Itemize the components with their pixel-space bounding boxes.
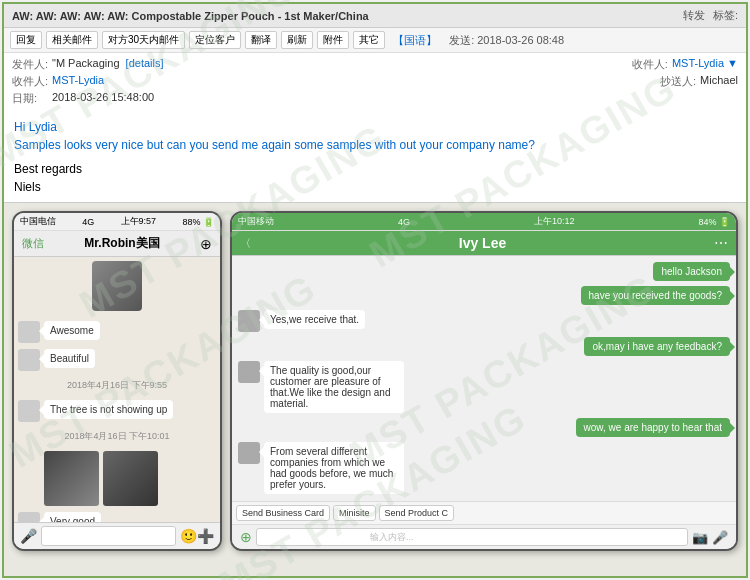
right-bubble-prefer: From several different companies from wh… bbox=[264, 442, 404, 494]
left-date-1: 2018年4月16日 下午9:55 bbox=[18, 379, 216, 392]
right-bubble-yes: Yes,we receive that. bbox=[264, 310, 365, 329]
right-avatar-2 bbox=[238, 361, 260, 383]
left-header-icon: ⊕ bbox=[200, 236, 212, 252]
left-emoji-icon[interactable]: 🙂 bbox=[180, 528, 197, 544]
from-detail: [details] bbox=[123, 57, 164, 69]
send-info: 发送: 2018-03-26 08:48 bbox=[449, 33, 564, 48]
right-msg-quality: The quality is good,our customer are ple… bbox=[238, 361, 730, 413]
send-business-card-btn[interactable]: Send Business Card bbox=[236, 505, 330, 521]
right-avatar-1 bbox=[238, 310, 260, 332]
minisite-btn[interactable]: Minisite bbox=[333, 505, 376, 521]
send-product-btn[interactable]: Send Product C bbox=[379, 505, 455, 521]
left-msg-tree: The tree is not showing up bbox=[18, 400, 216, 422]
to-value: MST-Lydia bbox=[52, 74, 640, 86]
left-date-2: 2018年4月16日 下午10:01 bbox=[18, 430, 216, 443]
left-chat-body: Awesome Beautiful 2018年4月16日 下午9:55 The … bbox=[14, 257, 220, 522]
right-bubble-received: have you received the goods? bbox=[581, 286, 730, 305]
left-product-img-1 bbox=[44, 451, 99, 506]
left-carrier: 中国电信 bbox=[20, 215, 56, 228]
lang-label: 【国语】 bbox=[393, 33, 437, 48]
left-msg-verygood: Very good bbox=[18, 512, 216, 522]
right-chat-body: hello Jackson have you received the good… bbox=[232, 256, 736, 501]
reply30-button[interactable]: 对方30天内邮件 bbox=[102, 31, 185, 49]
left-battery: 88% 🔋 bbox=[182, 217, 214, 227]
left-bottom-bar: 🎤 🙂 ➕ bbox=[14, 522, 220, 549]
right-msg-yes: Yes,we receive that. bbox=[238, 310, 730, 332]
input-placeholder-text: 输入内容... bbox=[370, 531, 414, 544]
from-row: 发件人: "M Packaging [details] 收件人: MST-Lyd… bbox=[12, 57, 738, 72]
right-avatar-3 bbox=[238, 442, 260, 464]
left-voice-icon[interactable]: 🎤 bbox=[20, 528, 37, 544]
attachments-button[interactable]: 附件 bbox=[317, 31, 349, 49]
recipients-row: 收件人: MST-Lydia 抄送人: Michael bbox=[12, 74, 738, 89]
reply-button[interactable]: 回复 bbox=[10, 31, 42, 49]
left-bubble-2: Beautiful bbox=[44, 349, 95, 368]
to-label: 收件人: bbox=[12, 74, 52, 89]
translate-button[interactable]: 翻译 bbox=[245, 31, 277, 49]
body-regards: Best regards bbox=[14, 160, 736, 178]
right-bubble-hello: hello Jackson bbox=[653, 262, 730, 281]
related-button[interactable]: 相关邮件 bbox=[46, 31, 98, 49]
date-row: 日期: 2018-03-26 15:48:00 bbox=[12, 91, 738, 106]
left-bubble-4: Very good bbox=[44, 512, 101, 522]
right-status-bar: 中国移动 4G 上午10:12 84% 🔋 bbox=[232, 213, 736, 231]
refresh-button[interactable]: 刷新 bbox=[281, 31, 313, 49]
date-label: 日期: bbox=[12, 91, 52, 106]
right-msg-received: have you received the goods? bbox=[238, 286, 730, 305]
right-msg-feedback: ok,may i have any feedback? bbox=[238, 337, 730, 356]
right-camera-icon[interactable]: 📷 bbox=[692, 530, 708, 545]
body-content: Samples looks very nice but can you send… bbox=[14, 136, 736, 154]
right-bubble-feedback: ok,may i have any feedback? bbox=[584, 337, 730, 356]
left-product-img-2 bbox=[103, 451, 158, 506]
left-bubble-1: Awesome bbox=[44, 321, 100, 340]
left-time: 上午9:57 bbox=[121, 215, 157, 228]
right-battery: 84% 🔋 bbox=[698, 217, 730, 227]
tag-button[interactable]: 标签: bbox=[713, 8, 738, 23]
email-meta: 发件人: "M Packaging [details] 收件人: MST-Lyd… bbox=[4, 53, 746, 112]
left-bubble-3: The tree is not showing up bbox=[44, 400, 173, 419]
right-bubble-quality: The quality is good,our customer are ple… bbox=[264, 361, 404, 413]
forward-button[interactable]: 转发 bbox=[683, 8, 705, 23]
left-status-bar: 中国电信 4G 上午9:57 88% 🔋 bbox=[14, 213, 220, 231]
email-toolbar: 回复 相关邮件 对方30天内邮件 定位客户 翻译 刷新 附件 其它 【国语】 发… bbox=[4, 28, 746, 53]
phone-right: 中国移动 4G 上午10:12 84% 🔋 〈 Ivy Lee ⋯ hello … bbox=[230, 211, 738, 551]
left-msg-beautiful: Beautiful bbox=[18, 349, 216, 371]
left-input-field[interactable] bbox=[41, 526, 176, 546]
left-avatar-4 bbox=[18, 512, 40, 522]
title-actions: 转发 标签: bbox=[683, 8, 738, 23]
right-quick-btns: Send Business Card Minisite Send Product… bbox=[232, 501, 736, 524]
right-net: 4G bbox=[398, 217, 410, 227]
left-chat-header: 微信 Mr.Robin美国 ⊕ bbox=[14, 231, 220, 257]
from-label: 发件人: bbox=[12, 57, 52, 72]
cc-value: Michael bbox=[700, 74, 738, 86]
date-value: 2018-03-26 15:48:00 bbox=[52, 91, 738, 103]
right-time: 上午10:12 bbox=[534, 215, 575, 228]
right-contact-name: Ivy Lee bbox=[255, 235, 710, 251]
email-subject: AW: AW: AW: AW: AW: Compostable Zipper P… bbox=[12, 10, 369, 22]
body-signature: Niels bbox=[14, 178, 736, 196]
right-back-btn[interactable]: 〈 bbox=[240, 236, 251, 251]
left-msg-awesome: Awesome bbox=[18, 321, 216, 343]
left-net: 4G bbox=[82, 217, 94, 227]
right-text-input[interactable] bbox=[256, 528, 688, 546]
right-input-area: ⊕ 输入内容... 📷 🎤 bbox=[232, 524, 736, 549]
to-inline-value: MST-Lydia ▼ bbox=[672, 57, 738, 69]
right-plus-icon[interactable]: ⊕ bbox=[240, 529, 252, 545]
left-profile-image bbox=[92, 261, 142, 311]
right-voice-input-icon[interactable]: 🎤 bbox=[712, 530, 728, 545]
left-avatar-3 bbox=[18, 400, 40, 422]
phone-left: 中国电信 4G 上午9:57 88% 🔋 微信 Mr.Robin美国 ⊕ bbox=[12, 211, 222, 551]
from-value: "M Packaging [details] bbox=[52, 57, 612, 69]
right-carrier: 中国移动 bbox=[238, 215, 274, 228]
right-msg-prefer: From several different companies from wh… bbox=[238, 442, 730, 494]
from-name: "M Packaging bbox=[52, 57, 120, 69]
more-button[interactable]: 其它 bbox=[353, 31, 385, 49]
to-inline-label: 收件人: bbox=[632, 57, 668, 72]
chat-section: 中国电信 4G 上午9:57 88% 🔋 微信 Mr.Robin美国 ⊕ bbox=[4, 203, 746, 576]
left-back-btn[interactable]: 微信 bbox=[22, 236, 44, 251]
left-contact-name: Mr.Robin美国 bbox=[48, 235, 196, 252]
left-add-icon[interactable]: ➕ bbox=[197, 528, 214, 544]
locate-button[interactable]: 定位客户 bbox=[189, 31, 241, 49]
left-avatar-2 bbox=[18, 349, 40, 371]
right-msg-hello: hello Jackson bbox=[238, 262, 730, 281]
